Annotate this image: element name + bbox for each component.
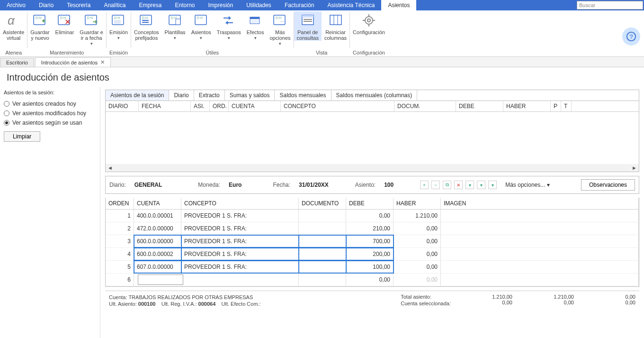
- menu-tesorería[interactable]: Tesorería: [60, 0, 97, 10]
- cell[interactable]: [441, 210, 639, 222]
- cell[interactable]: 0,00: [394, 222, 441, 235]
- table-row[interactable]: 3600.0.0.00000PROVEEDOR 1 S. FRA:700,000…: [106, 235, 639, 248]
- cell[interactable]: 600.0.0.00002: [134, 248, 181, 260]
- menu-empresa[interactable]: Empresa: [132, 0, 168, 10]
- cell[interactable]: 400.0.0.00001: [134, 210, 181, 222]
- cell[interactable]: 3: [106, 235, 134, 247]
- doc-copy-icon[interactable]: ⧉: [443, 181, 451, 189]
- cell[interactable]: 5: [106, 261, 134, 273]
- menu-asientos[interactable]: Asientos: [381, 0, 416, 10]
- menu-impresión[interactable]: Impresión: [201, 0, 240, 10]
- cell[interactable]: 0,00: [346, 210, 394, 222]
- cell[interactable]: [134, 274, 181, 286]
- ribbon-more[interactable]: D H⋯Másopciones▾: [267, 11, 293, 46]
- menu-asistencia técnica[interactable]: Asistencia Técnica: [321, 0, 382, 10]
- radio-option[interactable]: Ver asientos modificados hoy: [4, 109, 96, 118]
- ribbon-transfers[interactable]: Traspasos▾: [214, 11, 244, 46]
- doc-opt1-icon[interactable]: ▾: [465, 181, 474, 189]
- cell[interactable]: [441, 261, 639, 273]
- cell[interactable]: 600.0.0.00000: [134, 235, 181, 247]
- cell[interactable]: PROVEEDOR 1 S. FRA:: [181, 210, 299, 222]
- observaciones-button[interactable]: Observaciones: [581, 179, 635, 191]
- cell[interactable]: PROVEEDOR 1 S. FRA:: [181, 261, 299, 273]
- session-tab[interactable]: Diario: [169, 90, 194, 100]
- help-icon[interactable]: ?: [622, 27, 640, 46]
- session-col-ord[interactable]: ORD.: [210, 101, 229, 111]
- cell[interactable]: 0,00: [394, 248, 441, 260]
- session-col-t[interactable]: T: [561, 101, 572, 111]
- ribbon-save-goto[interactable]: D HGuardar eir a fecha▾: [77, 11, 106, 46]
- menu-archivo[interactable]: Archivo: [0, 0, 32, 10]
- cell[interactable]: 472.0.0.00000: [134, 222, 181, 235]
- cell[interactable]: 0,00: [394, 235, 441, 247]
- cell[interactable]: [441, 248, 639, 260]
- cell[interactable]: 4: [106, 248, 134, 260]
- cell[interactable]: PROVEEDOR 1 S. FRA:: [181, 222, 299, 235]
- cell[interactable]: 0,00: [394, 274, 441, 286]
- doc-opt2-icon[interactable]: ▾: [477, 181, 485, 189]
- cell[interactable]: [299, 222, 346, 235]
- session-col-cuenta[interactable]: CUENTA: [229, 101, 281, 111]
- menu-entorno[interactable]: Entorno: [168, 0, 201, 10]
- session-col-fecha[interactable]: FECHA: [139, 101, 191, 111]
- session-col-haber[interactable]: HABER: [503, 101, 551, 111]
- radio-option[interactable]: Ver asientos creados hoy: [4, 99, 96, 109]
- cell[interactable]: [299, 274, 346, 286]
- session-tab[interactable]: Extracto: [194, 90, 225, 100]
- menu-facturación[interactable]: Facturación: [278, 0, 321, 10]
- cell[interactable]: PROVEEDOR 1 S. FRA:: [181, 235, 299, 247]
- more-options[interactable]: Más opciones... ▾: [505, 182, 550, 188]
- doc-delete-icon[interactable]: ✕: [454, 181, 463, 189]
- cell[interactable]: [299, 261, 346, 273]
- ribbon-reset-cols[interactable]: Reiniciarcolumnas: [322, 11, 349, 41]
- ribbon-save-new[interactable]: D HGuardary nuevo: [27, 11, 52, 46]
- ribbon-concepts[interactable]: D HConceptosprefijados: [131, 11, 162, 46]
- ribbon-emit[interactable]: D HEmisión▾: [107, 11, 131, 40]
- cell[interactable]: 2: [106, 222, 134, 235]
- cell[interactable]: [299, 235, 346, 247]
- table-row[interactable]: 1400.0.0.00001PROVEEDOR 1 S. FRA:0,001.2…: [106, 210, 639, 222]
- cell[interactable]: 100,00: [346, 261, 394, 273]
- cell[interactable]: 210,00: [346, 222, 394, 235]
- session-col-diario[interactable]: DIARIO: [106, 101, 139, 111]
- menu-utilidades[interactable]: Utilidades: [240, 0, 278, 10]
- session-tab[interactable]: Asientos de la sesión: [106, 90, 169, 100]
- session-col-asi[interactable]: ASI.: [191, 101, 210, 111]
- cell[interactable]: 0,00: [394, 261, 441, 273]
- session-col-docum[interactable]: DOCUM.: [394, 101, 456, 111]
- cell[interactable]: 0,00: [346, 274, 394, 286]
- radio-option[interactable]: Ver asientos según se usan: [4, 118, 96, 128]
- table-row[interactable]: 4600.0.0.00002PROVEEDOR 1 S. FRA:200,000…: [106, 248, 639, 261]
- session-col-concepto[interactable]: CONCEPTO: [281, 101, 394, 111]
- cell[interactable]: 700,00: [346, 235, 394, 247]
- session-tab[interactable]: Saldos mensuales: [275, 90, 331, 100]
- table-row[interactable]: 5607.0.0.00000PROVEEDOR 1 S. FRA:100,000…: [106, 261, 639, 274]
- cell[interactable]: [299, 210, 346, 222]
- close-icon[interactable]: ✕: [100, 59, 105, 65]
- cell[interactable]: [441, 274, 639, 286]
- cell[interactable]: [181, 274, 299, 286]
- session-col-debe[interactable]: DEBE: [456, 101, 503, 111]
- cell[interactable]: 607.0.0.00000: [134, 261, 181, 273]
- session-col-p[interactable]: P: [551, 101, 561, 111]
- cell[interactable]: PROVEEDOR 1 S. FRA:: [181, 248, 299, 260]
- doctab-escritorio[interactable]: Escritorio: [0, 58, 34, 67]
- session-tab[interactable]: Sumas y saldos: [225, 90, 275, 100]
- doc-opt3-icon[interactable]: ▾: [488, 181, 497, 189]
- cell[interactable]: 200,00: [346, 248, 394, 260]
- search-input[interactable]: Buscar: [577, 1, 643, 9]
- doctab-introducción-de-asientos[interactable]: Introducción de asientos✕: [35, 57, 111, 67]
- ribbon-templates[interactable]: D HPlantillas▾: [162, 11, 188, 46]
- cuenta-input[interactable]: [138, 274, 183, 285]
- doc-remove-icon[interactable]: −: [431, 181, 440, 189]
- cell[interactable]: [441, 235, 639, 247]
- ribbon-effects[interactable]: Efectos▾: [244, 11, 267, 46]
- clear-button[interactable]: Limpiar: [4, 131, 40, 142]
- doc-add-icon[interactable]: ＋: [420, 181, 429, 189]
- table-row[interactable]: 60,000,00: [106, 274, 639, 286]
- ribbon-panel[interactable]: Panel deconsultas: [294, 11, 322, 41]
- cell[interactable]: [299, 248, 346, 260]
- ribbon-gear[interactable]: Configuración: [350, 11, 388, 35]
- menu-analítica[interactable]: Analítica: [97, 0, 132, 10]
- menu-diario[interactable]: Diario: [32, 0, 60, 10]
